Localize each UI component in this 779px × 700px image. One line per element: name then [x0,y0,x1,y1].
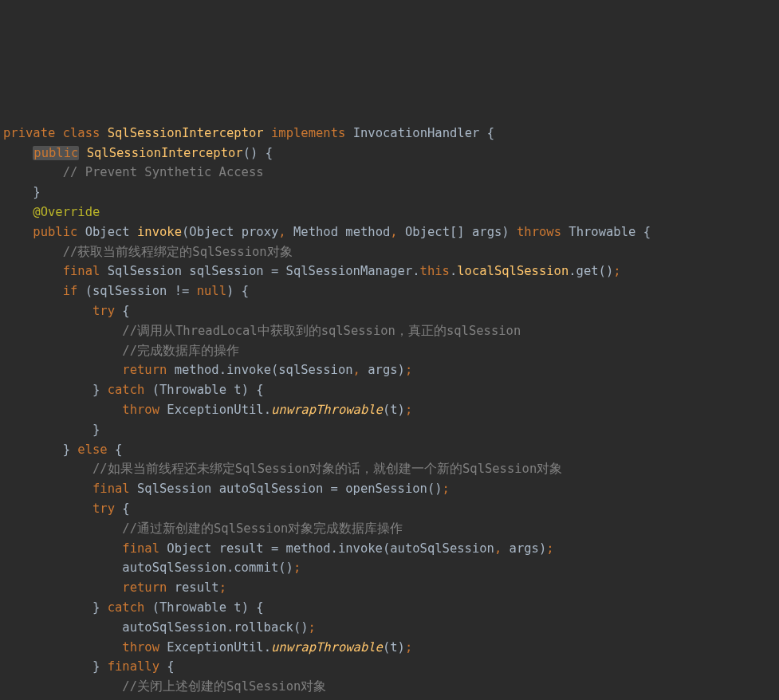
token: (Throwable t) { [144,383,263,397]
token: else [77,442,107,457]
token: finally [108,659,159,674]
token: //获取当前线程绑定的SqlSession对象 [63,245,293,259]
token: localSqlSession [457,264,569,278]
token: class [63,126,100,140]
token: catch [108,600,145,615]
token: { [479,126,494,140]
token: method.invoke(sqlSession [167,363,352,377]
token: throws [517,225,561,239]
token: final [63,264,100,278]
token: SqlSession autoSqlSession = openSession(… [130,482,443,496]
code-line: } [3,420,776,440]
token: public [33,146,79,160]
code-line: @Override [3,203,776,222]
token [55,126,62,140]
token: unwrapThrowable [271,640,383,655]
code-line: } [3,183,776,203]
token: Object[] args) [398,225,517,239]
code-line: } catch (Throwable t) { [3,598,776,618]
token: SqlSessionInterceptor [108,126,264,140]
token: } [63,442,78,457]
token: @Override [33,205,100,219]
token: , [390,225,397,239]
token: ; [546,541,553,556]
token: throw [122,403,159,417]
token: () { [243,146,273,160]
token: //调用从ThreadLocal中获取到的sqlSession，真正的sqlSe… [122,324,521,338]
token: { [115,304,130,318]
token: null [197,284,226,298]
token: SqlSessionInterceptor [87,146,243,160]
code-line: public SqlSessionInterceptor() { [3,144,776,163]
token: final [122,541,159,556]
token [130,225,137,239]
code-line: //调用从ThreadLocal中获取到的sqlSession，真正的sqlSe… [3,321,776,341]
code-line: final SqlSession sqlSession = SqlSession… [3,262,776,281]
code-line: private class SqlSessionInterceptor impl… [3,124,776,144]
token: implements [271,126,345,140]
token [264,126,271,140]
token: ; [405,363,412,377]
token: result [167,580,218,595]
code-lines: private class SqlSessionInterceptor impl… [3,124,776,700]
token: ; [219,580,226,595]
token: } [92,659,108,674]
token: Method method [286,225,391,239]
code-line: //关闭上述创建的SqlSession对象 [3,677,776,697]
code-line: autoSqlSession.close(); [3,697,776,700]
token: unwrapThrowable [271,403,383,417]
token: invoke [137,225,182,239]
token [100,126,107,140]
token [345,126,352,140]
token: , [278,225,285,239]
code-line: return method.invoke(sqlSession, args); [3,360,776,380]
token: ; [405,403,412,417]
token: // Prevent Synthetic Access [63,165,264,179]
token: SqlSession sqlSession = SqlSessionManage… [100,264,419,278]
token: //如果当前线程还未绑定SqlSession对象的话，就创建一个新的SqlSes… [92,462,562,476]
token: . [450,264,457,278]
token: throw [122,640,159,655]
token: final [92,482,130,496]
token: Object result = method.invoke(autoSqlSes… [159,541,494,556]
token: ) { [226,284,249,298]
token: (t) [383,640,405,655]
token: (Object proxy [182,225,278,239]
code-line: //完成数据库的操作 [3,341,776,361]
code-line: return result; [3,578,776,598]
token: } [92,423,100,437]
token: autoSqlSession.commit() [122,560,293,575]
token: try [92,501,115,516]
code-line: //获取当前线程绑定的SqlSession对象 [3,242,776,262]
token [79,146,86,160]
token: , [353,363,360,377]
code-line: if (sqlSession != null) { [3,281,776,301]
token: ; [293,560,301,575]
token: (sqlSession != [77,284,196,298]
code-line: } catch (Throwable t) { [3,380,776,400]
code-line: final SqlSession autoSqlSession = openSe… [3,479,776,499]
token: args) [502,541,546,556]
code-line: } finally { [3,657,776,677]
code-line: // Prevent Synthetic Access [3,163,776,183]
token: (t) [383,403,405,417]
token: } [92,600,108,615]
token: //关闭上述创建的SqlSession对象 [122,679,326,694]
code-line: throw ExceptionUtil.unwrapThrowable(t); [3,638,776,658]
token: ; [309,620,316,635]
code-line: autoSqlSession.rollback(); [3,618,776,638]
token: ExceptionUtil. [159,640,271,655]
code-line: //通过新创建的SqlSession对象完成数据库操作 [3,519,776,539]
code-line: public Object invoke(Object proxy, Metho… [3,222,776,242]
token: { [115,501,130,516]
code-line: autoSqlSession.commit(); [3,558,776,578]
token: //通过新创建的SqlSession对象完成数据库操作 [122,521,403,536]
code-line: //如果当前线程还未绑定SqlSession对象的话，就创建一个新的SqlSes… [3,459,776,479]
token: ; [443,482,450,496]
token: public [33,225,77,239]
token: Throwable { [561,225,651,239]
token: if [63,284,78,298]
token: //完成数据库的操作 [122,344,239,358]
token: } [33,185,40,199]
token: ; [613,264,620,278]
